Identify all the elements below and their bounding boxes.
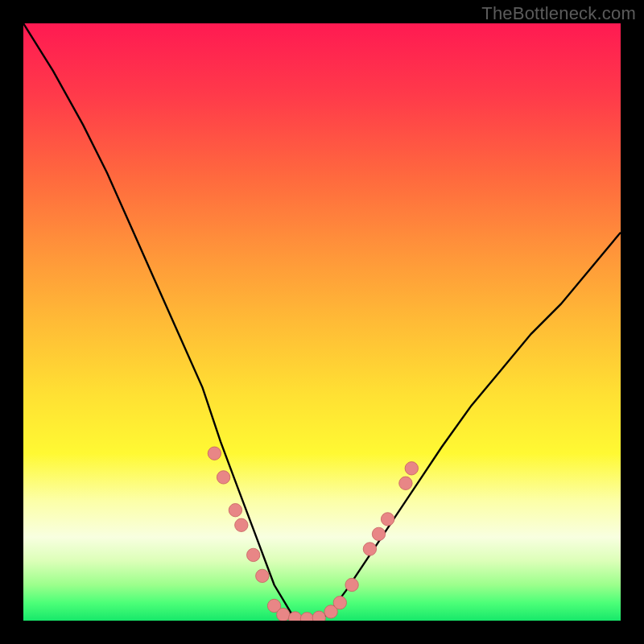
marker-dot (405, 462, 418, 475)
marker-dot (300, 613, 313, 621)
marker-dot (247, 548, 260, 561)
marker-dot (208, 447, 221, 460)
marker-dot (363, 543, 376, 555)
marker-dot (256, 569, 269, 582)
bottleneck-curve (23, 23, 621, 621)
watermark-text: TheBottleneck.com (481, 3, 636, 24)
marker-dot (312, 611, 325, 621)
marker-dot (217, 471, 229, 484)
marker-dot (277, 608, 290, 621)
marker-dot (235, 518, 248, 531)
marker-dot (345, 578, 358, 591)
marker-dot (381, 513, 394, 526)
marker-dot (229, 504, 242, 517)
marker-dot (372, 527, 385, 540)
marker-dot (333, 597, 346, 609)
marker-dots (208, 447, 418, 621)
marker-dot (399, 477, 412, 489)
plot-area (23, 23, 621, 621)
chart-svg (23, 23, 621, 621)
